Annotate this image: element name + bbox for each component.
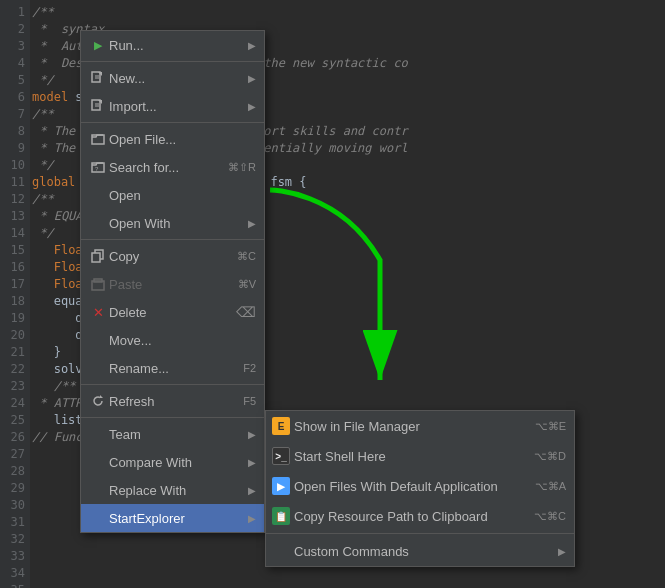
open-default-label: Open Files With Default Application xyxy=(294,479,527,494)
menu-item-search-label: Search for... xyxy=(109,160,220,175)
start-shell-label: Start Shell Here xyxy=(294,449,526,464)
menu-item-compare-with[interactable]: Compare With ▶ xyxy=(81,448,264,476)
menu-item-open-with[interactable]: Open With ▶ xyxy=(81,209,264,237)
menu-item-replace-with[interactable]: Replace With ▶ xyxy=(81,476,264,504)
svg-rect-13 xyxy=(92,253,100,262)
copy-resource-shortcut: ⌥⌘C xyxy=(534,510,566,523)
menu-item-refresh[interactable]: Refresh F5 xyxy=(81,387,264,415)
search-for-icon: ? xyxy=(87,156,109,178)
delete-shortcut: ⌫ xyxy=(236,304,256,320)
copy-resource-icon: 📋 xyxy=(272,505,294,527)
search-shortcut: ⌘⇧R xyxy=(228,161,256,174)
menu-item-copy-label: Copy xyxy=(109,249,229,264)
menu-item-start-explorer[interactable]: StartExplorer ▶ xyxy=(81,504,264,532)
menu-item-move[interactable]: Move... xyxy=(81,326,264,354)
context-menu[interactable]: ▶ Run... ▶ New... ▶ Import... ▶ Open Fil… xyxy=(80,30,265,533)
paste-icon xyxy=(87,273,109,295)
menu-item-refresh-label: Refresh xyxy=(109,394,235,409)
menu-item-team-label: Team xyxy=(109,427,244,442)
custom-commands-label: Custom Commands xyxy=(294,544,554,559)
open-default-shortcut: ⌥⌘A xyxy=(535,480,566,493)
open-with-arrow: ▶ xyxy=(248,218,256,229)
app-icon: ▶ xyxy=(272,477,290,495)
menu-item-delete-label: Delete xyxy=(109,305,228,320)
menu-item-run-label: Run... xyxy=(109,38,244,53)
menu-item-paste-label: Paste xyxy=(109,277,230,292)
svg-rect-1 xyxy=(92,72,100,82)
start-shell-icon: >_ xyxy=(272,445,294,467)
move-icon xyxy=(87,329,109,351)
submenu-item-show-file-manager[interactable]: E Show in File Manager ⌥⌘E xyxy=(266,411,574,441)
replace-arrow: ▶ xyxy=(248,485,256,496)
submenu-separator xyxy=(266,533,574,534)
menu-item-rename[interactable]: Rename... F2 xyxy=(81,354,264,382)
copy-path-icon: 📋 xyxy=(272,507,290,525)
start-shell-shortcut: ⌥⌘D xyxy=(534,450,566,463)
separator-1 xyxy=(81,61,264,62)
delete-icon: ✕ xyxy=(87,301,109,323)
open-with-icon xyxy=(87,212,109,234)
start-explorer-arrow: ▶ xyxy=(248,513,256,524)
svg-text:?: ? xyxy=(95,166,99,172)
start-explorer-icon xyxy=(87,507,109,529)
open-icon xyxy=(87,184,109,206)
shell-icon: >_ xyxy=(272,447,290,465)
menu-item-paste[interactable]: Paste ⌘V xyxy=(81,270,264,298)
menu-item-delete[interactable]: ✕ Delete ⌫ xyxy=(81,298,264,326)
start-explorer-submenu[interactable]: E Show in File Manager ⌥⌘E >_ Start Shel… xyxy=(265,410,575,567)
menu-item-open[interactable]: Open xyxy=(81,181,264,209)
compare-with-icon xyxy=(87,451,109,473)
import-arrow: ▶ xyxy=(248,101,256,112)
separator-3 xyxy=(81,239,264,240)
separator-4 xyxy=(81,384,264,385)
team-icon xyxy=(87,423,109,445)
run-arrow: ▶ xyxy=(248,40,256,51)
open-file-icon xyxy=(87,128,109,150)
submenu-item-custom-commands[interactable]: Custom Commands ▶ xyxy=(266,536,574,566)
show-file-manager-icon: E xyxy=(272,415,294,437)
menu-item-run[interactable]: ▶ Run... ▶ xyxy=(81,31,264,59)
menu-item-compare-label: Compare With xyxy=(109,455,244,470)
new-icon xyxy=(87,67,109,89)
refresh-icon xyxy=(87,390,109,412)
menu-item-replace-label: Replace With xyxy=(109,483,244,498)
menu-item-team[interactable]: Team ▶ xyxy=(81,420,264,448)
custom-commands-icon xyxy=(272,540,294,562)
copy-icon xyxy=(87,245,109,267)
menu-item-open-file-label: Open File... xyxy=(109,132,256,147)
menu-item-open-label: Open xyxy=(109,188,256,203)
run-icon: ▶ xyxy=(87,34,109,56)
paste-shortcut: ⌘V xyxy=(238,278,256,291)
show-file-manager-label: Show in File Manager xyxy=(294,419,527,434)
rename-icon xyxy=(87,357,109,379)
menu-item-new[interactable]: New... ▶ xyxy=(81,64,264,92)
separator-2 xyxy=(81,122,264,123)
refresh-shortcut: F5 xyxy=(243,395,256,407)
menu-item-start-explorer-label: StartExplorer xyxy=(109,511,244,526)
replace-with-icon xyxy=(87,479,109,501)
menu-item-import[interactable]: Import... ▶ xyxy=(81,92,264,120)
team-arrow: ▶ xyxy=(248,429,256,440)
submenu-item-start-shell[interactable]: >_ Start Shell Here ⌥⌘D xyxy=(266,441,574,471)
separator-5 xyxy=(81,417,264,418)
show-file-manager-shortcut: ⌥⌘E xyxy=(535,420,566,433)
menu-item-copy[interactable]: Copy ⌘C xyxy=(81,242,264,270)
menu-item-search-for[interactable]: ? Search for... ⌘⇧R xyxy=(81,153,264,181)
copy-resource-label: Copy Resource Path to Clipboard xyxy=(294,509,526,524)
explorer-icon: E xyxy=(272,417,290,435)
custom-commands-arrow: ▶ xyxy=(558,546,566,557)
menu-item-new-label: New... xyxy=(109,71,244,86)
submenu-item-copy-resource[interactable]: 📋 Copy Resource Path to Clipboard ⌥⌘C xyxy=(266,501,574,531)
copy-shortcut: ⌘C xyxy=(237,250,256,263)
compare-arrow: ▶ xyxy=(248,457,256,468)
submenu-item-open-default[interactable]: ▶ Open Files With Default Application ⌥⌘… xyxy=(266,471,574,501)
line-numbers: 12345 678910 1112131415 1617181920 21222… xyxy=(0,0,30,588)
rename-shortcut: F2 xyxy=(243,362,256,374)
open-default-icon: ▶ xyxy=(272,475,294,497)
menu-item-open-file[interactable]: Open File... xyxy=(81,125,264,153)
menu-item-rename-label: Rename... xyxy=(109,361,235,376)
svg-marker-16 xyxy=(100,395,103,398)
import-icon xyxy=(87,95,109,117)
menu-item-open-with-label: Open With xyxy=(109,216,244,231)
menu-item-move-label: Move... xyxy=(109,333,256,348)
